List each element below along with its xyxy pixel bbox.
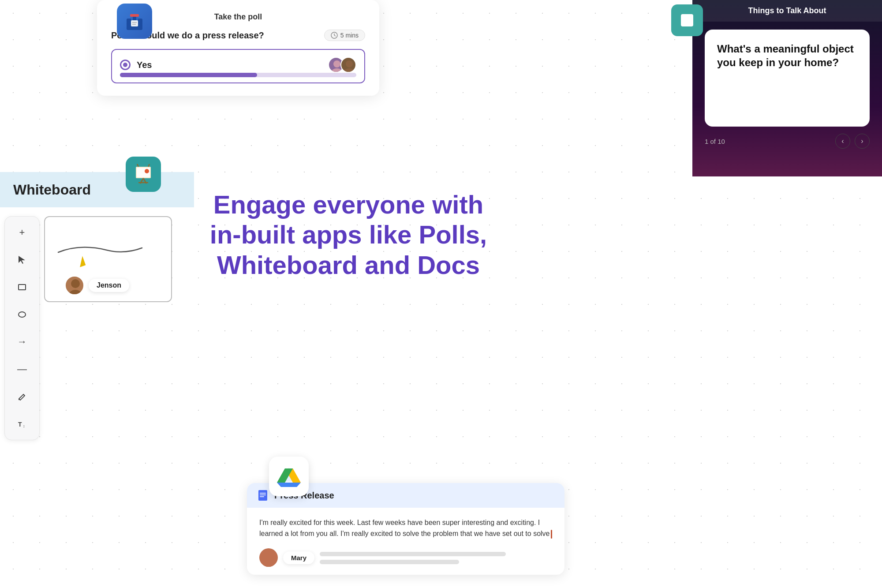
svg-point-16 (145, 169, 149, 173)
poll-icon-box (117, 4, 152, 39)
svg-point-13 (344, 68, 355, 73)
things-card-icon (671, 4, 703, 36)
toolbar-ellipse[interactable] (12, 305, 32, 324)
toolbar-text[interactable]: T ↕ (12, 414, 32, 434)
poll-option-row[interactable]: Yes (111, 49, 365, 83)
poll-time-badge: 5 mins (324, 30, 365, 41)
svg-marker-36 (277, 483, 301, 487)
drive-lines (320, 552, 552, 568)
poll-radio-inner (123, 63, 127, 67)
whiteboard-canvas[interactable]: Jenson (44, 216, 172, 302)
things-nav-prev[interactable]: ‹ (835, 134, 850, 149)
things-card-content: What's a meaningful object you keep in y… (705, 30, 870, 127)
headline-line3: Whiteboard and Docs (217, 251, 480, 279)
svg-marker-22 (19, 256, 25, 264)
whiteboard-icon-box (126, 157, 161, 192)
drive-section: Press Release I'm really excited for thi… (247, 483, 564, 575)
whiteboard-label-bar: Whiteboard (0, 172, 194, 207)
things-card-question: What's a meaningful object you keep in y… (717, 42, 857, 69)
poll-radio[interactable] (120, 60, 131, 70)
things-nav-next[interactable]: › (855, 134, 870, 149)
toolbar-arrow[interactable]: → (12, 332, 32, 352)
svg-point-12 (346, 60, 353, 67)
drive-line-1 (320, 552, 506, 556)
svg-point-11 (332, 68, 342, 73)
svg-rect-39 (260, 494, 266, 495)
svg-point-24 (19, 312, 26, 317)
headline-line2: in-built apps like Polls, (210, 220, 487, 249)
svg-line-20 (137, 164, 138, 167)
svg-rect-38 (260, 493, 266, 494)
things-icon (678, 11, 696, 29)
clock-icon (331, 32, 338, 39)
drive-card: Press Release I'm really excited for thi… (247, 483, 564, 575)
toolbar-cursor[interactable] (12, 250, 32, 270)
things-card-counter: 1 of 10 (705, 138, 725, 145)
poll-option-label: Yes (137, 60, 152, 70)
svg-point-41 (265, 551, 273, 559)
poll-option-left: Yes (120, 60, 152, 70)
drive-icon-wrap (269, 457, 309, 496)
main-content: Take the poll Poll - Should we do a pres… (0, 0, 882, 588)
svg-line-21 (148, 164, 149, 167)
toolbar-pen[interactable] (12, 387, 32, 406)
svg-point-10 (333, 60, 340, 67)
things-card-bg: Things to Talk About What's a meaningful… (692, 0, 882, 176)
headline-line1: Engage everyone with (213, 190, 483, 219)
headline-text: Engage everyone with in-built apps like … (190, 190, 507, 280)
whiteboard-toolbar: + → — T ↕ (4, 216, 40, 440)
svg-point-42 (263, 560, 274, 567)
poll-time-text: 5 mins (340, 32, 359, 39)
drive-doc-file-icon (257, 489, 269, 502)
svg-rect-4 (131, 20, 138, 26)
things-card-nav: ‹ › (835, 134, 870, 149)
drive-doc-text: I'm really excited for this week. Last f… (259, 517, 552, 539)
svg-point-30 (69, 290, 82, 295)
things-card-wrapper: Things to Talk About What's a meaningful… (692, 0, 882, 176)
drive-user-avatar (259, 548, 278, 567)
drive-cursor (551, 530, 552, 539)
drive-card-body: I'm really excited for this week. Last f… (247, 508, 564, 575)
svg-text:T: T (18, 421, 22, 428)
things-card-header: Things to Talk About (692, 0, 882, 22)
whiteboard-user-name-badge: Jenson (89, 279, 129, 292)
svg-line-9 (334, 35, 336, 36)
svg-rect-23 (19, 285, 26, 290)
svg-text:↕: ↕ (23, 424, 25, 428)
drive-user-row: Mary (259, 547, 552, 568)
whiteboard-user-tag: Jenson (65, 276, 129, 295)
poll-progress-fill (120, 73, 257, 77)
toolbar-rect[interactable] (12, 277, 32, 297)
headline: Engage everyone with in-built apps like … (190, 190, 507, 280)
toolbar-line[interactable]: — (12, 360, 32, 379)
svg-rect-31 (681, 14, 693, 26)
whiteboard-user-avatar (65, 276, 84, 295)
svg-rect-2 (130, 14, 139, 17)
drive-line-2 (320, 560, 459, 564)
things-card-footer: 1 of 10 ‹ › (692, 127, 882, 158)
poll-icon (124, 11, 145, 32)
poll-avatar-2 (340, 57, 356, 73)
poll-avatars (328, 57, 356, 73)
whiteboard-icon (132, 163, 154, 185)
toolbar-add[interactable]: + (12, 223, 32, 242)
svg-rect-3 (133, 17, 136, 20)
poll-progress-bar (120, 73, 356, 77)
drive-icon (277, 466, 301, 487)
drive-user-name-badge: Mary (283, 551, 314, 564)
svg-rect-40 (260, 496, 264, 497)
svg-line-25 (23, 394, 25, 396)
whiteboard-label-text: Whiteboard (13, 182, 91, 198)
svg-point-29 (71, 279, 80, 288)
